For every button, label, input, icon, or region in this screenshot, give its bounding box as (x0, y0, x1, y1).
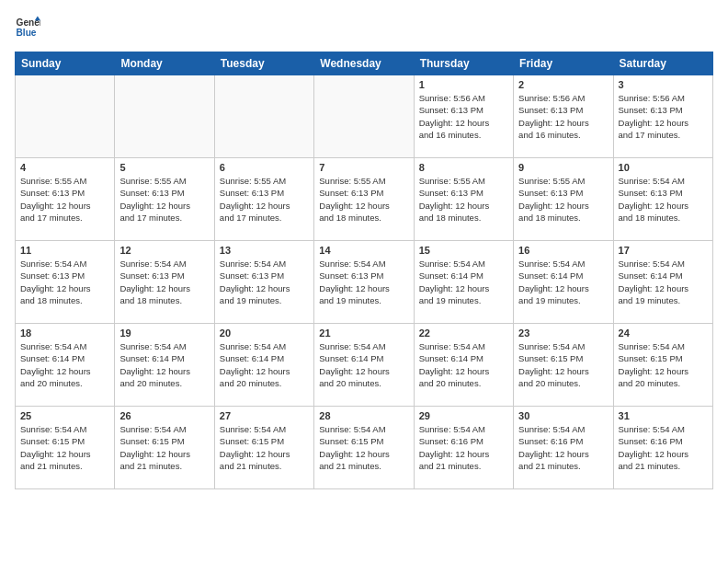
calendar-day: 18Sunrise: 5:54 AM Sunset: 6:14 PM Dayli… (16, 324, 115, 407)
calendar-day: 17Sunrise: 5:54 AM Sunset: 6:14 PM Dayli… (613, 241, 712, 324)
calendar-day: 3Sunrise: 5:56 AM Sunset: 6:13 PM Daylig… (613, 75, 712, 158)
day-info: Sunrise: 5:54 AM Sunset: 6:14 PM Dayligh… (619, 258, 708, 306)
day-number: 6 (220, 162, 309, 173)
day-number: 22 (419, 327, 508, 339)
day-info: Sunrise: 5:56 AM Sunset: 6:13 PM Dayligh… (619, 92, 708, 141)
day-info: Sunrise: 5:54 AM Sunset: 6:14 PM Dayligh… (518, 258, 608, 306)
day-number: 30 (518, 410, 608, 421)
day-info: Sunrise: 5:54 AM Sunset: 6:16 PM Dayligh… (518, 423, 608, 472)
day-info: Sunrise: 5:54 AM Sunset: 6:13 PM Dayligh… (119, 258, 209, 306)
day-number: 24 (619, 327, 708, 339)
calendar-header-sunday: Sunday (16, 52, 115, 75)
calendar-day: 15Sunrise: 5:54 AM Sunset: 6:14 PM Dayli… (414, 241, 513, 324)
calendar-day: 6Sunrise: 5:55 AM Sunset: 6:13 PM Daylig… (214, 158, 313, 241)
day-number: 13 (220, 245, 309, 256)
day-info: Sunrise: 5:54 AM Sunset: 6:15 PM Dayligh… (619, 340, 708, 389)
calendar-day: 12Sunrise: 5:54 AM Sunset: 6:13 PM Dayli… (115, 241, 214, 324)
calendar-week-4: 18Sunrise: 5:54 AM Sunset: 6:14 PM Dayli… (16, 324, 713, 407)
day-info: Sunrise: 5:55 AM Sunset: 6:13 PM Dayligh… (20, 175, 109, 224)
day-number: 25 (20, 410, 109, 421)
calendar-day: 13Sunrise: 5:54 AM Sunset: 6:13 PM Dayli… (214, 241, 313, 324)
day-info: Sunrise: 5:55 AM Sunset: 6:13 PM Dayligh… (119, 175, 209, 224)
day-info: Sunrise: 5:54 AM Sunset: 6:15 PM Dayligh… (518, 340, 608, 389)
calendar-day: 26Sunrise: 5:54 AM Sunset: 6:15 PM Dayli… (115, 407, 214, 489)
calendar-day: 24Sunrise: 5:54 AM Sunset: 6:15 PM Dayli… (613, 324, 712, 407)
calendar-header-tuesday: Tuesday (214, 52, 313, 75)
day-info: Sunrise: 5:54 AM Sunset: 6:15 PM Dayligh… (220, 423, 309, 472)
day-number: 3 (619, 79, 708, 90)
calendar-day: 21Sunrise: 5:54 AM Sunset: 6:14 PM Dayli… (314, 324, 414, 407)
day-info: Sunrise: 5:54 AM Sunset: 6:13 PM Dayligh… (619, 175, 708, 224)
day-number: 15 (419, 245, 508, 256)
day-number: 18 (20, 327, 109, 339)
calendar-day: 14Sunrise: 5:54 AM Sunset: 6:13 PM Dayli… (314, 241, 414, 324)
calendar-day: 1Sunrise: 5:56 AM Sunset: 6:13 PM Daylig… (414, 75, 513, 158)
day-info: Sunrise: 5:56 AM Sunset: 6:13 PM Dayligh… (518, 92, 608, 141)
calendar-week-1: 1Sunrise: 5:56 AM Sunset: 6:13 PM Daylig… (16, 75, 713, 158)
calendar-day: 16Sunrise: 5:54 AM Sunset: 6:14 PM Dayli… (514, 241, 613, 324)
day-number: 9 (518, 162, 608, 173)
day-number: 17 (619, 245, 708, 256)
calendar-day: 25Sunrise: 5:54 AM Sunset: 6:15 PM Dayli… (16, 407, 115, 489)
day-number: 26 (119, 410, 209, 421)
calendar-header-wednesday: Wednesday (314, 52, 414, 75)
calendar-day: 9Sunrise: 5:55 AM Sunset: 6:13 PM Daylig… (514, 158, 613, 241)
day-number: 11 (20, 245, 109, 256)
day-info: Sunrise: 5:56 AM Sunset: 6:13 PM Dayligh… (419, 92, 508, 141)
calendar-day: 7Sunrise: 5:55 AM Sunset: 6:13 PM Daylig… (314, 158, 414, 241)
day-number: 16 (518, 245, 608, 256)
calendar-day: 5Sunrise: 5:55 AM Sunset: 6:13 PM Daylig… (115, 158, 214, 241)
day-info: Sunrise: 5:55 AM Sunset: 6:13 PM Dayligh… (319, 175, 408, 224)
calendar-header-thursday: Thursday (414, 52, 513, 75)
day-info: Sunrise: 5:54 AM Sunset: 6:13 PM Dayligh… (220, 258, 309, 306)
calendar-week-3: 11Sunrise: 5:54 AM Sunset: 6:13 PM Dayli… (16, 241, 713, 324)
calendar-day: 8Sunrise: 5:55 AM Sunset: 6:13 PM Daylig… (414, 158, 513, 241)
day-info: Sunrise: 5:55 AM Sunset: 6:13 PM Dayligh… (419, 175, 508, 224)
page-header: General Blue (15, 15, 713, 40)
day-info: Sunrise: 5:54 AM Sunset: 6:16 PM Dayligh… (419, 423, 508, 472)
day-info: Sunrise: 5:54 AM Sunset: 6:13 PM Dayligh… (319, 258, 408, 306)
calendar-week-2: 4Sunrise: 5:55 AM Sunset: 6:13 PM Daylig… (16, 158, 713, 241)
day-number: 4 (20, 162, 109, 173)
calendar-week-5: 25Sunrise: 5:54 AM Sunset: 6:15 PM Dayli… (16, 407, 713, 489)
calendar-header-row: SundayMondayTuesdayWednesdayThursdayFrid… (16, 52, 713, 75)
calendar-day: 2Sunrise: 5:56 AM Sunset: 6:13 PM Daylig… (514, 75, 613, 158)
calendar-day: 27Sunrise: 5:54 AM Sunset: 6:15 PM Dayli… (214, 407, 313, 489)
calendar-day: 22Sunrise: 5:54 AM Sunset: 6:14 PM Dayli… (414, 324, 513, 407)
calendar-body: 1Sunrise: 5:56 AM Sunset: 6:13 PM Daylig… (16, 75, 713, 489)
calendar-day (16, 75, 115, 158)
day-number: 1 (419, 79, 508, 90)
day-info: Sunrise: 5:54 AM Sunset: 6:14 PM Dayligh… (20, 340, 109, 389)
day-number: 21 (319, 327, 408, 339)
day-info: Sunrise: 5:54 AM Sunset: 6:15 PM Dayligh… (20, 423, 109, 472)
day-number: 23 (518, 327, 608, 339)
calendar-day: 4Sunrise: 5:55 AM Sunset: 6:13 PM Daylig… (16, 158, 115, 241)
day-info: Sunrise: 5:55 AM Sunset: 6:13 PM Dayligh… (220, 175, 309, 224)
day-info: Sunrise: 5:54 AM Sunset: 6:14 PM Dayligh… (220, 340, 309, 389)
day-number: 14 (319, 245, 408, 256)
calendar-day: 28Sunrise: 5:54 AM Sunset: 6:15 PM Dayli… (314, 407, 414, 489)
logo-icon: General Blue (15, 15, 40, 40)
day-number: 12 (119, 245, 209, 256)
day-number: 5 (119, 162, 209, 173)
calendar-header-friday: Friday (514, 52, 613, 75)
calendar-day (115, 75, 214, 158)
day-info: Sunrise: 5:54 AM Sunset: 6:14 PM Dayligh… (419, 340, 508, 389)
calendar-day (214, 75, 313, 158)
calendar-day (314, 75, 414, 158)
day-number: 19 (119, 327, 209, 339)
calendar-day: 10Sunrise: 5:54 AM Sunset: 6:13 PM Dayli… (613, 158, 712, 241)
svg-text:Blue: Blue (17, 28, 37, 38)
logo: General Blue (15, 15, 40, 40)
calendar-header-saturday: Saturday (613, 52, 712, 75)
calendar-day: 23Sunrise: 5:54 AM Sunset: 6:15 PM Dayli… (514, 324, 613, 407)
day-info: Sunrise: 5:54 AM Sunset: 6:14 PM Dayligh… (319, 340, 408, 389)
day-info: Sunrise: 5:54 AM Sunset: 6:15 PM Dayligh… (119, 423, 209, 472)
day-number: 10 (619, 162, 708, 173)
calendar-day: 31Sunrise: 5:54 AM Sunset: 6:16 PM Dayli… (613, 407, 712, 489)
day-number: 29 (419, 410, 508, 421)
day-number: 20 (220, 327, 309, 339)
day-number: 2 (518, 79, 608, 90)
day-number: 8 (419, 162, 508, 173)
calendar-table: SundayMondayTuesdayWednesdayThursdayFrid… (15, 52, 713, 489)
